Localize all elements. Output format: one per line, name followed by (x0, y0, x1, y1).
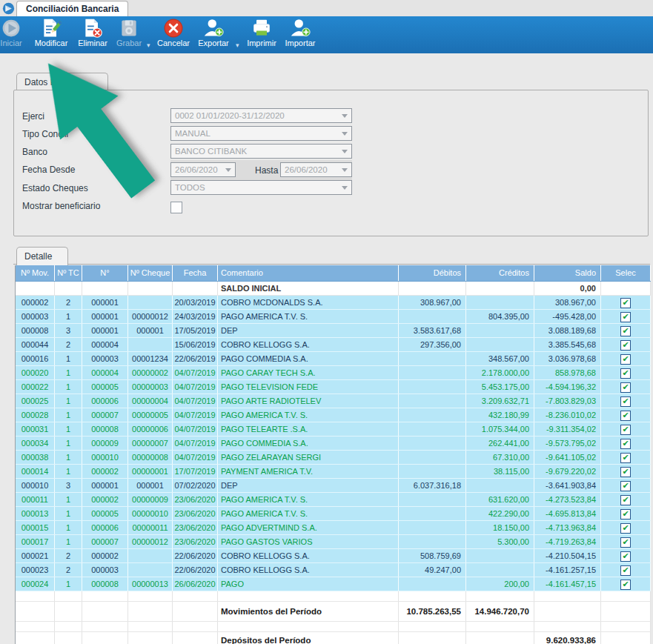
cell: 1 (55, 436, 82, 450)
table-row[interactable]: 00001310000050000001023/06/2020PAGO AMER… (16, 507, 651, 521)
table-row[interactable]: 00001410000020000000117/07/2019PAYMENT A… (16, 465, 651, 479)
cell: -4.594.196,32 (534, 380, 601, 394)
table-row[interactable] (16, 591, 651, 602)
row-checkbox[interactable]: ✔ (620, 537, 631, 548)
table-row[interactable]: 000021200000222/06/2020COBRO KELLOGG S.A… (16, 549, 651, 563)
row-checkbox[interactable]: ✔ (620, 509, 631, 519)
cell (82, 282, 128, 295)
table-row[interactable]: 00001110000020000000923/06/2020PAGO AMER… (16, 493, 651, 507)
cell: 26/06/2020 (173, 577, 218, 591)
row-checkbox[interactable]: ✔ (620, 467, 631, 477)
table-row[interactable]: 000010300000100000107/02/2020DEP6.037.31… (16, 479, 651, 493)
tipo-conciliacion-select[interactable]: MANUAL (170, 126, 352, 141)
fecha-desde-picker[interactable]: 26/06/2020 (170, 162, 236, 177)
table-row[interactable]: 00002210000050000000304/07/2019PAGO TELE… (16, 380, 651, 394)
cell (601, 282, 651, 295)
row-checkbox[interactable]: ✔ (620, 565, 631, 576)
fecha-hasta-picker[interactable]: 26/06/2020 (280, 162, 352, 177)
eliminar-button[interactable]: Eliminar (74, 18, 111, 52)
banco-select[interactable]: BANCO CITIBANK (170, 144, 352, 159)
row-checkbox[interactable]: ✔ (620, 439, 631, 449)
table-row[interactable]: 000044200000415/06/2019COBRO KELLOGG S.A… (16, 338, 651, 352)
tab-datos-principales[interactable]: Datos Pr (16, 73, 108, 91)
column-header[interactable]: Nº Mov. (16, 265, 55, 281)
table-row[interactable]: 00000310000010000001224/03/2019PAGO AMER… (16, 310, 651, 324)
table-row[interactable]: 00001610000030000123422/06/2019PAGO COMM… (16, 352, 651, 366)
hasta-label: Hasta (255, 165, 278, 176)
row-checkbox[interactable]: ✔ (620, 368, 631, 379)
row-checkbox[interactable]: ✔ (620, 382, 631, 393)
table-row[interactable]: 000023200000322/06/2020COBRO KELLOGG S.A… (16, 563, 651, 577)
cell: 2 (55, 549, 82, 562)
table-row[interactable]: Depósitos del Período9.620.933,86 (16, 632, 651, 644)
row-checkbox[interactable]: ✔ (620, 481, 631, 491)
table-row[interactable]: 00002810000070000000504/07/2019PAGO AMER… (16, 408, 651, 422)
column-header[interactable]: Comentario (218, 265, 399, 281)
cell: 200,00 (466, 577, 534, 591)
cell: 000009 (82, 436, 128, 450)
cell: 9.620.933,86 (534, 632, 601, 644)
column-header[interactable]: Nº Cheque (128, 265, 173, 281)
row-checkbox[interactable]: ✔ (620, 326, 631, 336)
row-checkbox[interactable]: ✔ (620, 523, 631, 534)
cell: -9.679.220,02 (534, 465, 601, 478)
table-row[interactable]: 00003410000090000000704/07/2019PAGO COMM… (16, 436, 651, 451)
row-checkbox[interactable]: ✔ (620, 495, 631, 505)
imprimir-button[interactable]: Imprimir (243, 18, 280, 52)
column-header[interactable]: Créditos (466, 265, 534, 281)
table-row[interactable]: 00003110000080000000604/07/2019PAGO TELE… (16, 422, 651, 436)
cell: 000022 (16, 380, 55, 394)
cell: PAGO TELEARTE .S.A. (218, 422, 399, 436)
table-row[interactable]: 00002010000040000000204/07/2019PAGO CARA… (16, 366, 651, 380)
table-row[interactable]: 000002200000120/03/2019COBRO MCDONALDS S… (16, 296, 651, 310)
column-header[interactable]: Selec (601, 265, 651, 281)
table-row[interactable]: 000008300000100000117/05/2019DEP3.583.61… (16, 324, 651, 338)
cell: 000002 (16, 296, 55, 309)
export-user-icon (203, 18, 224, 39)
cell: 000010 (82, 451, 128, 464)
table-row[interactable] (16, 622, 651, 632)
estado-cheques-select[interactable]: TODOS (170, 180, 352, 195)
cell: 10.785.263,55 (399, 602, 466, 621)
cell: PAGO AMERICA T.V. S. (218, 507, 399, 520)
cell: 1 (55, 380, 82, 394)
table-row[interactable]: 00002410000080000001326/06/2020PAGO200,0… (16, 577, 651, 591)
modificar-button[interactable]: Modificar (27, 18, 76, 52)
table-row[interactable]: SALDO INICIAL0,00 (16, 282, 651, 296)
cell: 00000012 (128, 310, 173, 323)
cell: COBRO KELLOGG S.A. (218, 549, 399, 562)
table-row[interactable]: 00002510000060000000404/07/2019PAGO ARTE… (16, 394, 651, 408)
table-row[interactable]: Movimientos del Período10.785.263,5514.9… (16, 602, 651, 622)
ejercicio-select[interactable]: 0002 01/01/2020-31/12/2020 (170, 108, 352, 123)
column-header[interactable]: Fecha (173, 265, 218, 281)
row-checkbox[interactable]: ✔ (620, 551, 631, 562)
tab-conciliacion-bancaria[interactable]: Conciliación Bancaria (16, 1, 128, 16)
exportar-dropdown-icon[interactable]: ▾ (236, 42, 239, 49)
row-checkbox[interactable]: ✔ (620, 396, 631, 407)
mostrar-beneficiario-checkbox[interactable] (170, 202, 182, 213)
grabar-dropdown-icon[interactable]: ▾ (147, 42, 150, 49)
cell: -4.161.457,15 (534, 577, 601, 591)
table-row[interactable]: 00001510000060000001123/06/2020PAGO ADVE… (16, 521, 651, 535)
importar-button[interactable]: Importar (280, 18, 320, 52)
row-checkbox[interactable]: ✔ (620, 411, 631, 421)
row-checkbox[interactable]: ✔ (620, 580, 631, 590)
cell: 000008 (82, 422, 128, 436)
grabar-button[interactable]: Grabar (111, 18, 147, 52)
row-checkbox[interactable]: ✔ (620, 453, 631, 463)
cell: PAGO GASTOS VARIOS (218, 535, 399, 548)
column-header[interactable]: Débitos (399, 265, 466, 281)
column-header[interactable]: Nº TC (55, 265, 82, 281)
column-header[interactable]: Saldo (534, 265, 601, 281)
row-checkbox[interactable]: ✔ (620, 312, 631, 322)
row-checkbox[interactable]: ✔ (620, 340, 631, 351)
row-checkbox[interactable]: ✔ (620, 298, 631, 308)
row-checkbox[interactable]: ✔ (620, 425, 631, 435)
row-checkbox[interactable]: ✔ (620, 354, 631, 365)
tab-detalle[interactable]: Detalle (16, 247, 68, 265)
column-header[interactable]: N° (82, 265, 128, 281)
table-row[interactable]: 00001710000070000001223/06/2020PAGO GAST… (16, 535, 651, 549)
table-row[interactable]: 00003810000100000000804/07/2019PAGO ZELA… (16, 451, 651, 465)
cancelar-button[interactable]: Cancelar (154, 18, 193, 52)
exportar-button[interactable]: Exportar (193, 18, 234, 52)
